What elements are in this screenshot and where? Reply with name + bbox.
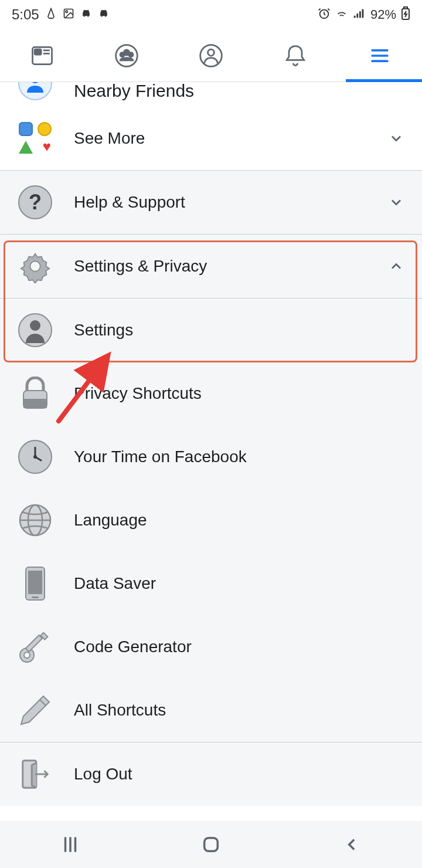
svg-rect-10 — [35, 49, 41, 55]
log-out-label: Log Out — [74, 765, 404, 784]
image-icon — [63, 8, 74, 22]
android-back[interactable] — [281, 835, 422, 855]
menu-item-privacy-shortcuts[interactable]: Privacy Shortcuts — [0, 362, 422, 425]
airbnb-icon — [45, 8, 57, 22]
svg-rect-43 — [26, 635, 42, 652]
language-label: Language — [74, 511, 404, 530]
nearby-friends-label: Nearby Friends — [74, 82, 404, 101]
data-saver-label: Data Saver — [74, 574, 404, 593]
wifi-icon — [335, 7, 348, 23]
svg-rect-5 — [359, 11, 361, 18]
see-more-icon: ♥ — [18, 121, 53, 156]
tab-news-feed[interactable] — [0, 29, 84, 82]
your-time-label: Your Time on Facebook — [74, 447, 404, 466]
svg-point-34 — [33, 455, 37, 459]
svg-rect-8 — [404, 7, 407, 9]
help-icon: ? — [18, 185, 53, 220]
menu-item-help-support[interactable]: ? Help & Support — [0, 171, 422, 234]
top-nav-tabs — [0, 29, 422, 82]
chevron-down-icon — [388, 130, 404, 147]
battery-charging-icon — [401, 6, 410, 23]
nearby-friends-icon — [18, 82, 53, 101]
logout-icon — [18, 757, 53, 792]
tab-notifications[interactable] — [253, 29, 338, 82]
svg-text:?: ? — [29, 190, 42, 214]
menu-item-settings-privacy[interactable]: Settings & Privacy — [0, 235, 422, 298]
svg-rect-4 — [356, 13, 358, 18]
menu-list: Nearby Friends ♥ See More ? Help & Suppo… — [0, 82, 422, 806]
battery-percent: 92% — [370, 7, 396, 22]
menu-item-see-more[interactable]: ♥ See More — [0, 107, 422, 170]
svg-point-26 — [30, 261, 40, 271]
svg-rect-30 — [23, 399, 47, 408]
car-icon-2 — [98, 8, 110, 22]
menu-item-data-saver[interactable]: Data Saver — [0, 552, 422, 615]
svg-point-1 — [66, 11, 67, 12]
lock-icon — [18, 376, 53, 411]
menu-item-your-time[interactable]: Your Time on Facebook — [0, 425, 422, 489]
help-support-label: Help & Support — [74, 193, 367, 212]
menu-item-nearby-friends[interactable]: Nearby Friends — [0, 82, 422, 107]
svg-rect-39 — [28, 571, 42, 594]
all-shortcuts-label: All Shortcuts — [74, 701, 404, 720]
chevron-up-icon — [388, 258, 404, 274]
tab-menu[interactable] — [338, 29, 422, 82]
menu-item-log-out[interactable]: Log Out — [0, 742, 422, 806]
tab-groups[interactable] — [84, 29, 169, 82]
settings-privacy-label: Settings & Privacy — [74, 257, 367, 276]
android-nav-bar — [0, 821, 422, 868]
menu-item-settings[interactable]: Settings — [0, 299, 422, 362]
menu-item-code-generator[interactable]: Code Generator — [0, 615, 422, 679]
pencil-icon — [18, 693, 53, 728]
svg-rect-6 — [362, 9, 364, 18]
menu-item-all-shortcuts[interactable]: All Shortcuts — [0, 679, 422, 742]
phone-icon — [18, 566, 53, 601]
svg-rect-53 — [205, 838, 218, 852]
car-icon — [80, 8, 92, 22]
android-home[interactable] — [141, 835, 281, 855]
svg-rect-40 — [32, 596, 39, 598]
status-bar: 5:05 92% — [0, 0, 422, 29]
status-time: 5:05 — [12, 6, 39, 23]
android-recent-apps[interactable] — [0, 835, 141, 855]
svg-point-42 — [24, 652, 30, 658]
chevron-down-icon — [388, 194, 404, 211]
gear-icon — [18, 249, 53, 284]
profile-settings-icon — [18, 313, 53, 348]
status-left: 5:05 — [12, 6, 110, 23]
key-icon — [18, 629, 53, 664]
clock-icon — [18, 439, 53, 474]
see-more-label: See More — [74, 129, 367, 148]
tab-profile[interactable] — [169, 29, 253, 82]
alarm-icon — [318, 7, 331, 23]
signal-icon — [353, 7, 366, 23]
svg-rect-3 — [354, 15, 356, 18]
svg-point-15 — [120, 52, 124, 56]
svg-point-28 — [30, 320, 40, 331]
globe-icon — [18, 503, 53, 538]
code-generator-label: Code Generator — [74, 638, 404, 656]
settings-label: Settings — [74, 321, 404, 340]
privacy-shortcuts-label: Privacy Shortcuts — [74, 384, 404, 403]
svg-point-18 — [208, 49, 215, 56]
menu-item-language[interactable]: Language — [0, 489, 422, 552]
svg-point-16 — [129, 52, 133, 56]
status-right: 92% — [318, 6, 410, 23]
